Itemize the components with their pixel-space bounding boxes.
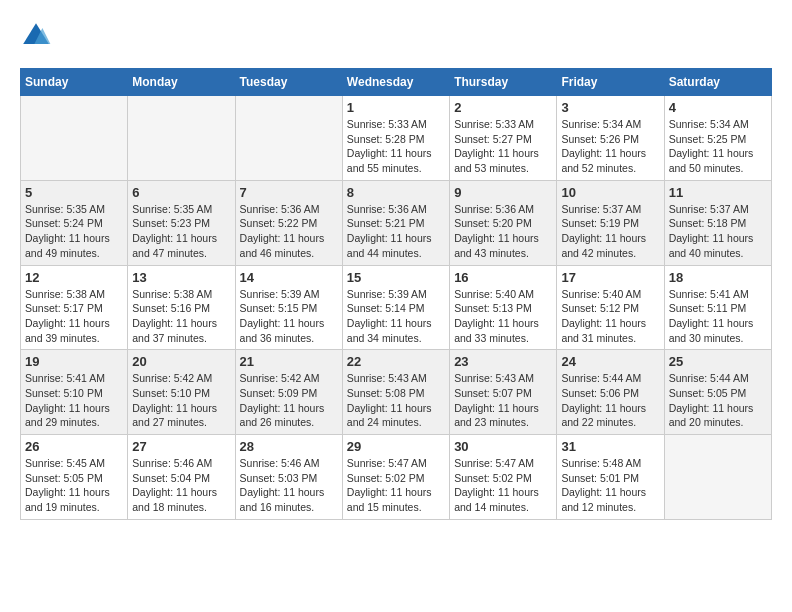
page-header bbox=[20, 20, 772, 52]
day-info: Sunrise: 5:45 AM Sunset: 5:05 PM Dayligh… bbox=[25, 456, 123, 515]
calendar-cell: 28Sunrise: 5:46 AM Sunset: 5:03 PM Dayli… bbox=[235, 435, 342, 520]
day-info: Sunrise: 5:46 AM Sunset: 5:04 PM Dayligh… bbox=[132, 456, 230, 515]
day-info: Sunrise: 5:44 AM Sunset: 5:05 PM Dayligh… bbox=[669, 371, 767, 430]
day-number: 6 bbox=[132, 185, 230, 200]
day-number: 27 bbox=[132, 439, 230, 454]
day-info: Sunrise: 5:48 AM Sunset: 5:01 PM Dayligh… bbox=[561, 456, 659, 515]
calendar-cell: 20Sunrise: 5:42 AM Sunset: 5:10 PM Dayli… bbox=[128, 350, 235, 435]
calendar-cell: 13Sunrise: 5:38 AM Sunset: 5:16 PM Dayli… bbox=[128, 265, 235, 350]
weekday-header-friday: Friday bbox=[557, 69, 664, 96]
day-number: 30 bbox=[454, 439, 552, 454]
day-number: 14 bbox=[240, 270, 338, 285]
day-info: Sunrise: 5:41 AM Sunset: 5:10 PM Dayligh… bbox=[25, 371, 123, 430]
calendar-cell: 8Sunrise: 5:36 AM Sunset: 5:21 PM Daylig… bbox=[342, 180, 449, 265]
logo bbox=[20, 20, 56, 52]
calendar-cell: 24Sunrise: 5:44 AM Sunset: 5:06 PM Dayli… bbox=[557, 350, 664, 435]
calendar-week-row: 5Sunrise: 5:35 AM Sunset: 5:24 PM Daylig… bbox=[21, 180, 772, 265]
day-info: Sunrise: 5:41 AM Sunset: 5:11 PM Dayligh… bbox=[669, 287, 767, 346]
calendar-cell bbox=[128, 96, 235, 181]
calendar-cell bbox=[21, 96, 128, 181]
day-number: 16 bbox=[454, 270, 552, 285]
calendar-cell: 11Sunrise: 5:37 AM Sunset: 5:18 PM Dayli… bbox=[664, 180, 771, 265]
day-number: 5 bbox=[25, 185, 123, 200]
day-number: 22 bbox=[347, 354, 445, 369]
calendar-cell: 23Sunrise: 5:43 AM Sunset: 5:07 PM Dayli… bbox=[450, 350, 557, 435]
day-info: Sunrise: 5:44 AM Sunset: 5:06 PM Dayligh… bbox=[561, 371, 659, 430]
weekday-header-wednesday: Wednesday bbox=[342, 69, 449, 96]
weekday-header-monday: Monday bbox=[128, 69, 235, 96]
day-number: 8 bbox=[347, 185, 445, 200]
day-info: Sunrise: 5:33 AM Sunset: 5:28 PM Dayligh… bbox=[347, 117, 445, 176]
weekday-header-sunday: Sunday bbox=[21, 69, 128, 96]
calendar-cell: 30Sunrise: 5:47 AM Sunset: 5:02 PM Dayli… bbox=[450, 435, 557, 520]
weekday-header-tuesday: Tuesday bbox=[235, 69, 342, 96]
day-number: 25 bbox=[669, 354, 767, 369]
day-number: 12 bbox=[25, 270, 123, 285]
weekday-header-saturday: Saturday bbox=[664, 69, 771, 96]
calendar-cell: 29Sunrise: 5:47 AM Sunset: 5:02 PM Dayli… bbox=[342, 435, 449, 520]
calendar-cell: 27Sunrise: 5:46 AM Sunset: 5:04 PM Dayli… bbox=[128, 435, 235, 520]
day-info: Sunrise: 5:35 AM Sunset: 5:24 PM Dayligh… bbox=[25, 202, 123, 261]
day-info: Sunrise: 5:42 AM Sunset: 5:09 PM Dayligh… bbox=[240, 371, 338, 430]
calendar-cell: 31Sunrise: 5:48 AM Sunset: 5:01 PM Dayli… bbox=[557, 435, 664, 520]
calendar-week-row: 1Sunrise: 5:33 AM Sunset: 5:28 PM Daylig… bbox=[21, 96, 772, 181]
calendar-cell: 21Sunrise: 5:42 AM Sunset: 5:09 PM Dayli… bbox=[235, 350, 342, 435]
calendar-cell: 5Sunrise: 5:35 AM Sunset: 5:24 PM Daylig… bbox=[21, 180, 128, 265]
calendar-cell: 15Sunrise: 5:39 AM Sunset: 5:14 PM Dayli… bbox=[342, 265, 449, 350]
day-number: 24 bbox=[561, 354, 659, 369]
day-info: Sunrise: 5:33 AM Sunset: 5:27 PM Dayligh… bbox=[454, 117, 552, 176]
calendar-cell: 9Sunrise: 5:36 AM Sunset: 5:20 PM Daylig… bbox=[450, 180, 557, 265]
day-info: Sunrise: 5:34 AM Sunset: 5:25 PM Dayligh… bbox=[669, 117, 767, 176]
calendar-week-row: 12Sunrise: 5:38 AM Sunset: 5:17 PM Dayli… bbox=[21, 265, 772, 350]
weekday-header-row: SundayMondayTuesdayWednesdayThursdayFrid… bbox=[21, 69, 772, 96]
calendar-cell: 7Sunrise: 5:36 AM Sunset: 5:22 PM Daylig… bbox=[235, 180, 342, 265]
day-info: Sunrise: 5:43 AM Sunset: 5:07 PM Dayligh… bbox=[454, 371, 552, 430]
day-number: 19 bbox=[25, 354, 123, 369]
day-number: 17 bbox=[561, 270, 659, 285]
calendar-cell: 10Sunrise: 5:37 AM Sunset: 5:19 PM Dayli… bbox=[557, 180, 664, 265]
day-info: Sunrise: 5:47 AM Sunset: 5:02 PM Dayligh… bbox=[347, 456, 445, 515]
day-number: 15 bbox=[347, 270, 445, 285]
calendar-cell: 2Sunrise: 5:33 AM Sunset: 5:27 PM Daylig… bbox=[450, 96, 557, 181]
day-number: 10 bbox=[561, 185, 659, 200]
day-number: 20 bbox=[132, 354, 230, 369]
day-info: Sunrise: 5:40 AM Sunset: 5:13 PM Dayligh… bbox=[454, 287, 552, 346]
calendar-cell: 3Sunrise: 5:34 AM Sunset: 5:26 PM Daylig… bbox=[557, 96, 664, 181]
calendar-cell: 1Sunrise: 5:33 AM Sunset: 5:28 PM Daylig… bbox=[342, 96, 449, 181]
day-info: Sunrise: 5:38 AM Sunset: 5:16 PM Dayligh… bbox=[132, 287, 230, 346]
day-info: Sunrise: 5:46 AM Sunset: 5:03 PM Dayligh… bbox=[240, 456, 338, 515]
day-number: 2 bbox=[454, 100, 552, 115]
day-number: 1 bbox=[347, 100, 445, 115]
day-info: Sunrise: 5:39 AM Sunset: 5:15 PM Dayligh… bbox=[240, 287, 338, 346]
day-number: 28 bbox=[240, 439, 338, 454]
day-info: Sunrise: 5:37 AM Sunset: 5:19 PM Dayligh… bbox=[561, 202, 659, 261]
day-number: 11 bbox=[669, 185, 767, 200]
calendar-cell: 26Sunrise: 5:45 AM Sunset: 5:05 PM Dayli… bbox=[21, 435, 128, 520]
day-number: 29 bbox=[347, 439, 445, 454]
day-info: Sunrise: 5:38 AM Sunset: 5:17 PM Dayligh… bbox=[25, 287, 123, 346]
calendar-cell: 17Sunrise: 5:40 AM Sunset: 5:12 PM Dayli… bbox=[557, 265, 664, 350]
day-number: 18 bbox=[669, 270, 767, 285]
day-info: Sunrise: 5:34 AM Sunset: 5:26 PM Dayligh… bbox=[561, 117, 659, 176]
day-number: 4 bbox=[669, 100, 767, 115]
day-number: 26 bbox=[25, 439, 123, 454]
calendar-cell: 6Sunrise: 5:35 AM Sunset: 5:23 PM Daylig… bbox=[128, 180, 235, 265]
day-info: Sunrise: 5:47 AM Sunset: 5:02 PM Dayligh… bbox=[454, 456, 552, 515]
day-info: Sunrise: 5:42 AM Sunset: 5:10 PM Dayligh… bbox=[132, 371, 230, 430]
calendar-week-row: 26Sunrise: 5:45 AM Sunset: 5:05 PM Dayli… bbox=[21, 435, 772, 520]
calendar-cell: 16Sunrise: 5:40 AM Sunset: 5:13 PM Dayli… bbox=[450, 265, 557, 350]
calendar-cell: 25Sunrise: 5:44 AM Sunset: 5:05 PM Dayli… bbox=[664, 350, 771, 435]
logo-icon bbox=[20, 20, 52, 52]
calendar-cell: 12Sunrise: 5:38 AM Sunset: 5:17 PM Dayli… bbox=[21, 265, 128, 350]
day-number: 7 bbox=[240, 185, 338, 200]
day-number: 13 bbox=[132, 270, 230, 285]
day-info: Sunrise: 5:36 AM Sunset: 5:22 PM Dayligh… bbox=[240, 202, 338, 261]
day-info: Sunrise: 5:40 AM Sunset: 5:12 PM Dayligh… bbox=[561, 287, 659, 346]
calendar-cell: 18Sunrise: 5:41 AM Sunset: 5:11 PM Dayli… bbox=[664, 265, 771, 350]
calendar-table: SundayMondayTuesdayWednesdayThursdayFrid… bbox=[20, 68, 772, 520]
day-info: Sunrise: 5:36 AM Sunset: 5:20 PM Dayligh… bbox=[454, 202, 552, 261]
calendar-cell: 14Sunrise: 5:39 AM Sunset: 5:15 PM Dayli… bbox=[235, 265, 342, 350]
calendar-cell: 4Sunrise: 5:34 AM Sunset: 5:25 PM Daylig… bbox=[664, 96, 771, 181]
weekday-header-thursday: Thursday bbox=[450, 69, 557, 96]
day-info: Sunrise: 5:36 AM Sunset: 5:21 PM Dayligh… bbox=[347, 202, 445, 261]
